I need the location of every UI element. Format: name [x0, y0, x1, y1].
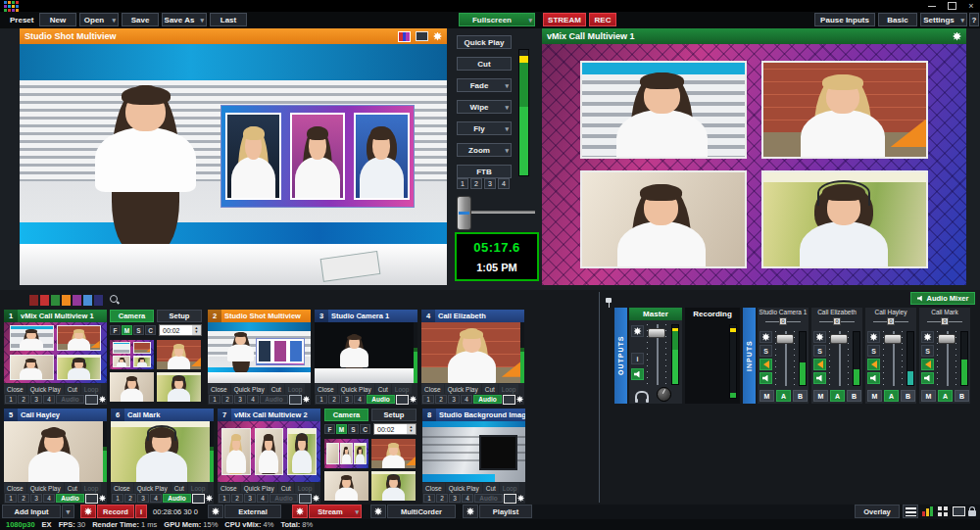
audio-button[interactable]: Audio [473, 395, 502, 404]
spinner-arrows-icon[interactable]: ▴▾ [192, 325, 201, 335]
wipe-button[interactable]: Wipe [457, 100, 512, 114]
cut-button[interactable]: Cut [65, 384, 80, 394]
pan-value[interactable]: 0 [833, 317, 841, 325]
pin-icon[interactable] [605, 298, 612, 308]
preview-video[interactable] [20, 44, 447, 285]
loop-button[interactable]: Loop [500, 483, 519, 493]
loop-button[interactable]: Loop [188, 483, 208, 493]
quick-play-button[interactable]: Quick Play [445, 384, 481, 394]
mute-button[interactable]: M [813, 390, 828, 402]
bus-send-icon[interactable] [921, 359, 934, 370]
layer-2-button[interactable]: 2 [436, 494, 448, 503]
gear-icon[interactable] [631, 325, 644, 337]
call-thumb[interactable] [110, 340, 154, 369]
playlist-button[interactable]: Playlist [479, 505, 532, 518]
list-view-icon[interactable] [903, 505, 918, 518]
last-button[interactable]: Last [210, 13, 247, 26]
loop-button[interactable]: Loop [81, 483, 101, 493]
audio-button[interactable]: Audio [56, 494, 84, 503]
monitor-icon[interactable] [85, 494, 98, 504]
external-button[interactable]: External [224, 505, 281, 518]
audio-button[interactable]: Audio [260, 395, 288, 404]
input-tile-4[interactable]: 4Call Elizabeth CloseQuick PlayCutLoop 1… [421, 310, 524, 405]
bus-a-button[interactable]: A [938, 390, 953, 402]
cut-button[interactable]: Cut [457, 57, 512, 71]
layer-4-button[interactable]: 4 [43, 494, 55, 503]
monitor-icon[interactable] [504, 494, 516, 504]
multicorder-settings-gear-icon[interactable] [370, 505, 386, 518]
solo-button[interactable]: S [813, 345, 826, 357]
bus-a-button[interactable]: A [776, 390, 791, 402]
channel-fader[interactable] [883, 331, 903, 386]
setup-button[interactable]: Setup [371, 409, 416, 421]
layer-1-button[interactable]: 1 [5, 395, 17, 404]
input-tile-7[interactable]: 7vMix Call Multiview 2 CloseQuick PlayCu… [218, 409, 320, 504]
quick-play-button[interactable]: Quick Play [27, 384, 64, 394]
settings-button[interactable]: Settings [920, 13, 967, 26]
gear-icon[interactable] [303, 396, 310, 403]
c-button[interactable]: C [360, 424, 370, 434]
multicorder-button[interactable]: MultiCorder [387, 505, 456, 518]
bus-send-icon[interactable] [760, 359, 772, 370]
loop-button[interactable]: Loop [499, 384, 518, 394]
layer-4-button[interactable]: 4 [43, 395, 55, 404]
layer-3-button[interactable]: 3 [449, 494, 461, 503]
stinger-4-button[interactable]: 4 [498, 178, 510, 189]
layer-4-button[interactable]: 4 [354, 395, 366, 404]
bus-b-button[interactable]: B [847, 390, 861, 402]
master-fader[interactable] [647, 324, 666, 385]
m-button[interactable]: M [122, 325, 132, 335]
fullscreen-output-icon[interactable] [416, 31, 428, 41]
pan-value[interactable]: 0 [779, 317, 787, 325]
s-button[interactable]: S [348, 424, 359, 434]
solo-button[interactable]: S [921, 345, 934, 357]
colorbars-icon[interactable] [398, 31, 411, 42]
t-bar-handle[interactable] [457, 196, 471, 230]
gear-icon[interactable] [516, 396, 523, 403]
program-video[interactable] [542, 44, 966, 285]
loop-button[interactable]: Loop [295, 483, 315, 493]
close-button[interactable]: Close [422, 483, 445, 493]
monitor-icon[interactable] [396, 395, 409, 405]
audio-button[interactable]: Audio [56, 395, 84, 404]
layer-3-button[interactable]: 3 [244, 494, 256, 503]
quick-play-button[interactable]: Quick Play [446, 483, 482, 493]
bus-a-button[interactable]: A [884, 390, 899, 402]
gear-icon[interactable] [867, 331, 880, 343]
monitor-icon[interactable] [503, 395, 515, 405]
spinner-arrows-icon[interactable]: ▴▾ [407, 424, 416, 434]
m-button[interactable]: M [336, 424, 347, 434]
layer-4-button[interactable]: 4 [257, 494, 269, 503]
gear-icon[interactable] [760, 331, 772, 343]
monitor-icon[interactable] [299, 494, 312, 504]
audio-button[interactable]: Audio [270, 494, 298, 503]
setup-button[interactable]: Setup [157, 310, 202, 322]
record-button[interactable]: Record [97, 505, 134, 518]
layer-1-button[interactable]: 1 [219, 494, 230, 503]
monitor-icon[interactable] [85, 395, 98, 405]
headphones-icon[interactable] [635, 391, 649, 400]
stream-button[interactable]: Stream [309, 505, 362, 518]
mute-button[interactable]: M [921, 390, 936, 402]
layer-2-button[interactable]: 2 [18, 494, 29, 503]
add-input-dropdown-icon[interactable]: ▾ [62, 505, 74, 518]
fly-button[interactable]: Fly [457, 121, 512, 135]
monitor-icon[interactable] [289, 395, 302, 405]
channel-fader[interactable] [775, 331, 795, 386]
call-thumb[interactable] [110, 372, 154, 402]
bus-b-button[interactable]: B [793, 390, 808, 402]
layer-2-button[interactable]: 2 [221, 395, 233, 404]
mute-button[interactable]: M [867, 390, 882, 402]
stinger-2-button[interactable]: 2 [470, 178, 482, 189]
audio-mixer-button[interactable]: Audio Mixer [910, 292, 975, 305]
camera-button[interactable]: Camera [324, 409, 368, 421]
loop-button[interactable]: Loop [392, 384, 412, 394]
record-settings-gear-icon[interactable] [80, 505, 96, 518]
overlay-button[interactable]: Overlay [855, 505, 900, 518]
layer-2-button[interactable]: 2 [18, 395, 29, 404]
audio-meters-icon[interactable] [920, 505, 934, 518]
save-as-button[interactable]: Save As [162, 13, 207, 26]
ftb-button[interactable]: FTB [457, 165, 512, 178]
stinger-1-button[interactable]: 1 [457, 178, 468, 189]
audio-button[interactable]: Audio [474, 494, 503, 503]
